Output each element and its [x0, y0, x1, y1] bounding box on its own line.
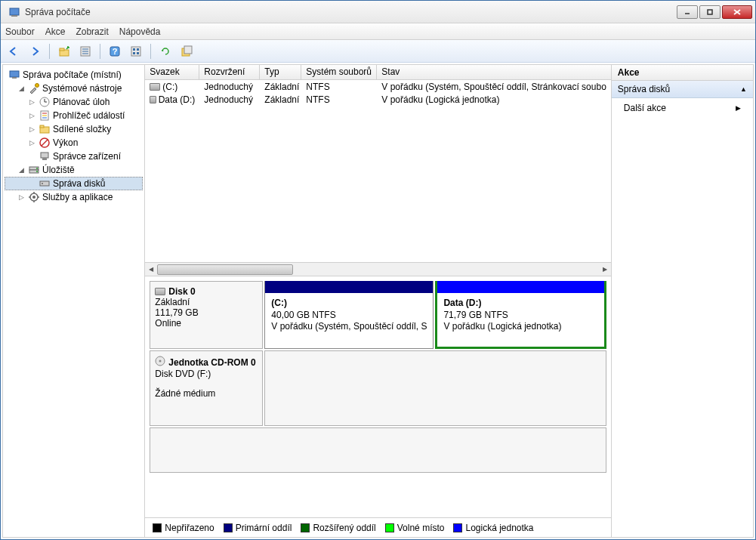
svg-rect-16	[137, 48, 139, 51]
toolbar: ?	[1, 40, 755, 63]
maximize-button[interactable]	[699, 5, 721, 19]
chevron-right-icon: ▶	[736, 104, 741, 112]
horizontal-scrollbar[interactable]: ◀ ▶	[145, 262, 611, 276]
svg-rect-36	[42, 158, 47, 160]
partition-primary[interactable]: (C:) 40,00 GB NTFS V pořádku (Systém, Sp…	[264, 281, 434, 349]
tree-root[interactable]: Správa počítače (místní)	[5, 68, 143, 82]
window-controls	[677, 5, 752, 19]
tree-label: Správa disků	[53, 178, 105, 189]
col-filesystem[interactable]: Systém souborů	[301, 65, 377, 79]
actions-more[interactable]: Další akce ▶	[612, 98, 753, 118]
menu-view[interactable]: Zobrazit	[76, 26, 108, 37]
col-layout[interactable]: Rozvržení	[199, 65, 260, 79]
partition-detail: 40,00 GB NTFS	[271, 310, 427, 322]
minimize-button[interactable]	[677, 5, 698, 19]
partition-status: V pořádku (Logická jednotka)	[443, 321, 597, 333]
svg-point-23	[35, 84, 39, 88]
svg-rect-0	[10, 8, 19, 15]
svg-rect-14	[131, 47, 140, 56]
partition-status: V pořádku (Systém, Spouštěcí oddíl, S	[271, 321, 427, 333]
tree-root-label: Správa počítače (místní)	[23, 69, 122, 80]
disk-info[interactable]: Disk 0 Základní 111,79 GB Online	[150, 281, 263, 349]
volume-row[interactable]: Data (D:) Jednoduchý Základní NTFS V poř…	[145, 93, 611, 106]
forward-button[interactable]	[26, 43, 43, 60]
menu-file[interactable]: Soubor	[5, 26, 35, 37]
tree-performance[interactable]: ▷ Výkon	[5, 136, 143, 150]
col-status[interactable]: Stav	[377, 65, 611, 79]
scroll-left-icon[interactable]: ◀	[145, 264, 157, 276]
back-button[interactable]	[5, 43, 22, 60]
svg-rect-22	[12, 77, 17, 79]
up-button[interactable]	[56, 43, 73, 60]
cdrom-icon	[155, 356, 165, 369]
svg-text:?: ?	[113, 47, 118, 56]
collapse-icon[interactable]: ◢	[17, 165, 26, 174]
expand-icon[interactable]: ▷	[27, 111, 36, 120]
tree-label: Sdílené složky	[53, 124, 111, 134]
partition-name: (C:)	[271, 298, 427, 310]
menu-action[interactable]: Akce	[45, 26, 66, 37]
svg-rect-7	[60, 48, 64, 51]
volume-list-body: (C:) Jednoduchý Základní NTFS V pořádku …	[145, 80, 611, 262]
tree-system-tools[interactable]: ◢ Systémové nástroje	[5, 82, 143, 95]
tree-device-manager[interactable]: Správce zařízení	[5, 150, 143, 163]
tree-event-viewer[interactable]: ▷ Prohlížeč událostí	[5, 109, 143, 122]
expand-icon[interactable]: ▷	[17, 193, 26, 202]
volume-row[interactable]: (C:) Jednoduchý Základní NTFS V pořádku …	[145, 80, 611, 93]
col-type[interactable]: Typ	[260, 65, 301, 79]
volume-layout: Jednoduchý	[199, 94, 260, 105]
help-button[interactable]: ?	[106, 43, 123, 60]
disk-row: Jednotka CD-ROM 0 Disk DVD (F:) Žádné mé…	[150, 350, 606, 426]
actions-title: Akce	[612, 65, 753, 81]
export-button[interactable]	[178, 43, 195, 60]
device-icon	[39, 150, 51, 162]
refresh-button[interactable]	[157, 43, 174, 60]
volume-type: Základní	[260, 94, 301, 105]
tree-services[interactable]: ▷ Služby a aplikace	[5, 190, 143, 204]
actions-section[interactable]: Správa disků ▲	[612, 81, 753, 98]
partition-name: Data (D:)	[443, 298, 597, 310]
titlebar[interactable]: Správa počítače	[1, 1, 755, 23]
tree-disk-management[interactable]: Správa disků	[5, 177, 143, 190]
volume-name: Data (D:)	[159, 94, 196, 105]
chevron-up-icon: ▲	[740, 85, 747, 93]
view-button[interactable]	[128, 43, 144, 60]
collapse-icon[interactable]: ◢	[17, 84, 26, 93]
disk-row: Disk 0 Základní 111,79 GB Online (C:) 40…	[150, 281, 606, 349]
volume-list-header: Svazek Rozvržení Typ Systém souborů Stav	[145, 65, 611, 80]
disk-graphical-view: Disk 0 Základní 111,79 GB Online (C:) 40…	[145, 276, 611, 517]
close-button[interactable]	[722, 5, 752, 19]
properties-button[interactable]	[77, 43, 94, 60]
expand-icon[interactable]: ▷	[27, 125, 36, 134]
drive-icon	[150, 83, 160, 91]
legend-logical: Logická jednotka	[453, 523, 533, 533]
svg-point-39	[36, 168, 38, 169]
disk-info[interactable]: Jednotka CD-ROM 0 Disk DVD (F:) Žádné mé…	[150, 350, 263, 426]
svg-rect-1	[11, 15, 17, 17]
partition-logical[interactable]: Data (D:) 71,79 GB NTFS V pořádku (Logic…	[435, 281, 606, 349]
tree-storage[interactable]: ◢ Úložiště	[5, 163, 143, 177]
tree-label: Služby a aplikace	[42, 192, 113, 202]
disk-partitions: (C:) 40,00 GB NTFS V pořádku (Systém, Sp…	[263, 281, 606, 349]
tree-label: Plánovač úloh	[53, 97, 110, 107]
menubar: Soubor Akce Zobrazit Nápověda	[1, 23, 755, 40]
menu-help[interactable]: Nápověda	[119, 26, 161, 37]
partition-header	[437, 281, 603, 293]
tree-task-scheduler[interactable]: ▷ Plánovač úloh	[5, 95, 143, 109]
window-title: Správa počítače	[25, 7, 677, 17]
tools-icon	[28, 82, 40, 94]
legend-extended: Rozšířený oddíl	[301, 523, 375, 533]
actions-pane: Akce Správa disků ▲ Další akce ▶	[611, 65, 753, 537]
tree-shared-folders[interactable]: ▷ Sdílené složky	[5, 122, 143, 136]
expand-icon[interactable]: ▷	[27, 138, 36, 147]
expand-icon[interactable]: ▷	[27, 97, 36, 106]
scroll-right-icon[interactable]: ▶	[599, 264, 611, 276]
svg-point-42	[42, 183, 43, 184]
scroll-thumb[interactable]	[157, 264, 293, 275]
disk-size: 111,79 GB	[155, 307, 258, 318]
svg-rect-15	[133, 48, 135, 51]
actions-section-label: Správa disků	[618, 84, 670, 94]
svg-point-44	[32, 196, 35, 199]
col-volume[interactable]: Svazek	[145, 65, 199, 79]
tree-label: Prohlížeč událostí	[53, 110, 125, 121]
